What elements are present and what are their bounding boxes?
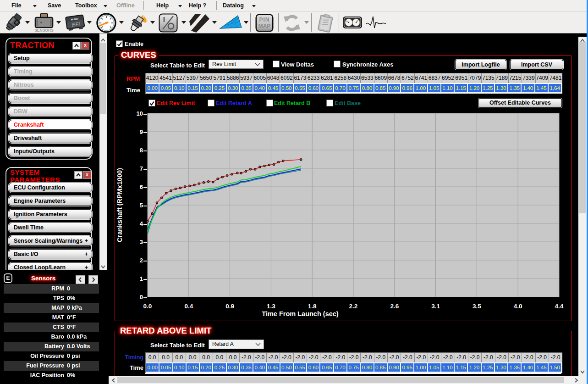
svg-text:Time From Launch (sec): Time From Launch (sec) bbox=[262, 310, 338, 317]
svg-text:2: 2 bbox=[140, 257, 143, 264]
svg-text:3.5: 3.5 bbox=[473, 303, 481, 310]
svg-text:EFI: EFI bbox=[71, 21, 81, 28]
svg-text:4: 4 bbox=[140, 220, 143, 227]
svg-text:4.0: 4.0 bbox=[514, 303, 522, 310]
svg-text:Crankshaft (RPMx1000): Crankshaft (RPMx1000) bbox=[116, 168, 123, 242]
svg-text:2.2: 2.2 bbox=[349, 303, 358, 310]
svg-text:SENSORS: SENSORS bbox=[34, 28, 54, 33]
svg-text:PIN: PIN bbox=[259, 17, 269, 23]
svg-text:8: 8 bbox=[140, 147, 143, 154]
svg-text:1.8: 1.8 bbox=[308, 303, 317, 310]
svg-text:10: 10 bbox=[137, 110, 143, 117]
svg-text:7: 7 bbox=[140, 165, 143, 172]
svg-text:5: 5 bbox=[140, 202, 143, 209]
svg-text:0.0: 0.0 bbox=[143, 303, 152, 310]
svg-text:0: 0 bbox=[140, 294, 143, 301]
svg-text:6: 6 bbox=[140, 184, 143, 190]
svg-text:3.1: 3.1 bbox=[431, 303, 440, 310]
svg-text:0.9: 0.9 bbox=[225, 303, 234, 310]
svg-text:4.4: 4.4 bbox=[555, 303, 564, 310]
svg-text:MAP: MAP bbox=[258, 23, 271, 29]
svg-text:9: 9 bbox=[140, 128, 143, 135]
svg-text:1: 1 bbox=[140, 275, 143, 282]
svg-text:0.4: 0.4 bbox=[184, 303, 193, 310]
svg-text:2.6: 2.6 bbox=[390, 303, 399, 310]
svg-text:1.3: 1.3 bbox=[267, 303, 275, 310]
svg-text:3: 3 bbox=[140, 239, 143, 245]
